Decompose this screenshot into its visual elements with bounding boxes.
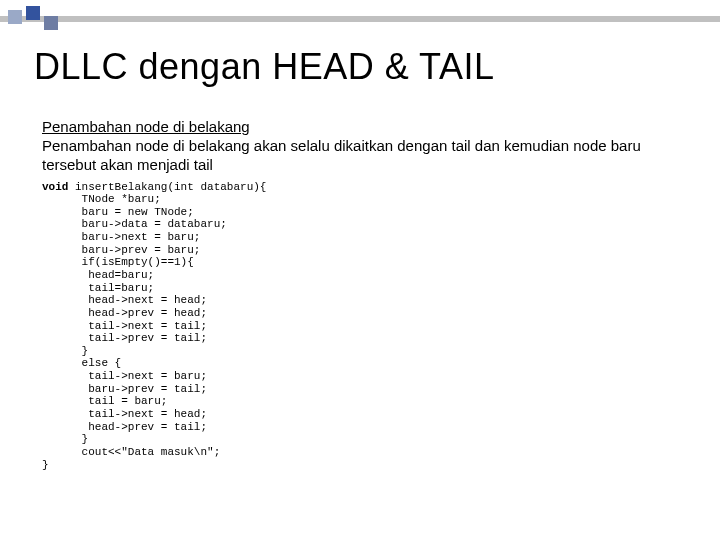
header-strip [0,16,720,22]
code-lines: TNode *baru; baru = new TNode; baru->dat… [42,193,227,470]
slide-body: Penambahan node di belakang Penambahan n… [42,118,682,471]
code-block: void insertBelakang(int databaru){ TNode… [42,181,682,472]
header-square-icon [26,6,40,20]
header-square-icon [44,16,58,30]
header-square-icon [8,10,22,24]
code-keyword: void [42,181,68,193]
slide: DLLC dengan HEAD & TAIL Penambahan node … [0,0,720,540]
code-signature: insertBelakang(int databaru){ [68,181,266,193]
slide-title: DLLC dengan HEAD & TAIL [34,46,494,88]
section-paragraph: Penambahan node di belakang akan selalu … [42,137,682,175]
header-decoration [0,6,720,30]
section-subheading: Penambahan node di belakang [42,118,682,135]
